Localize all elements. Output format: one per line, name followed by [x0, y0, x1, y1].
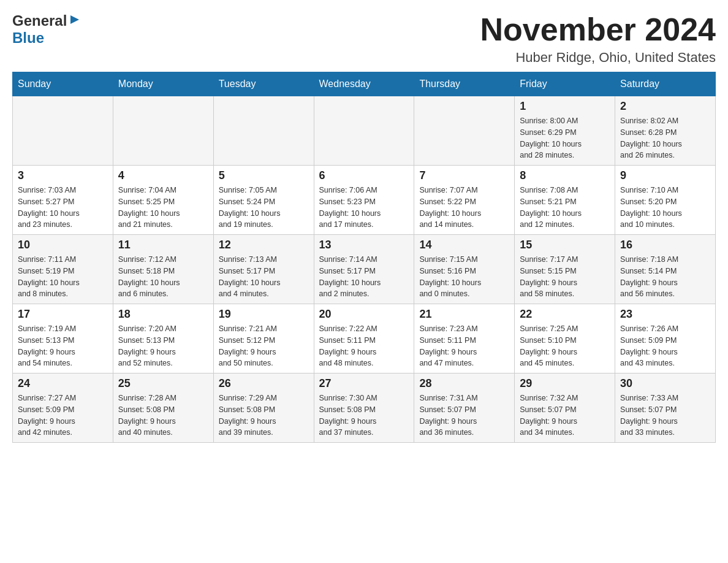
logo-blue-text: Blue — [12, 29, 44, 46]
calendar-week-row: 17Sunrise: 7:19 AM Sunset: 5:13 PM Dayli… — [13, 304, 716, 373]
day-number: 24 — [18, 377, 108, 390]
day-number: 19 — [219, 308, 309, 321]
calendar-day-cell: 25Sunrise: 7:28 AM Sunset: 5:08 PM Dayli… — [113, 373, 213, 443]
day-info: Sunrise: 7:21 AM Sunset: 5:12 PM Dayligh… — [219, 323, 309, 369]
day-info: Sunrise: 7:27 AM Sunset: 5:09 PM Dayligh… — [18, 393, 108, 439]
calendar-week-row: 10Sunrise: 7:11 AM Sunset: 5:19 PM Dayli… — [13, 235, 716, 304]
calendar-day-cell — [213, 96, 314, 166]
calendar-day-cell: 10Sunrise: 7:11 AM Sunset: 5:19 PM Dayli… — [13, 235, 113, 304]
day-info: Sunrise: 7:22 AM Sunset: 5:11 PM Dayligh… — [319, 323, 409, 369]
calendar-day-cell: 22Sunrise: 7:25 AM Sunset: 5:10 PM Dayli… — [515, 304, 615, 373]
day-number: 2 — [620, 100, 710, 113]
day-info: Sunrise: 7:15 AM Sunset: 5:16 PM Dayligh… — [419, 254, 509, 300]
day-info: Sunrise: 7:33 AM Sunset: 5:07 PM Dayligh… — [620, 393, 710, 439]
calendar-day-cell: 26Sunrise: 7:29 AM Sunset: 5:08 PM Dayli… — [213, 373, 314, 443]
location-title: Huber Ridge, Ohio, United States — [480, 50, 716, 66]
day-info: Sunrise: 8:00 AM Sunset: 6:29 PM Dayligh… — [520, 115, 610, 161]
day-info: Sunrise: 7:13 AM Sunset: 5:17 PM Dayligh… — [219, 254, 309, 300]
calendar-day-cell: 14Sunrise: 7:15 AM Sunset: 5:16 PM Dayli… — [414, 235, 515, 304]
day-number: 18 — [118, 308, 208, 321]
day-number: 15 — [520, 239, 610, 251]
day-info: Sunrise: 7:10 AM Sunset: 5:20 PM Dayligh… — [620, 185, 710, 231]
day-of-week-header: Friday — [515, 72, 615, 96]
day-number: 21 — [419, 308, 509, 321]
calendar-day-cell: 29Sunrise: 7:32 AM Sunset: 5:07 PM Dayli… — [515, 373, 615, 443]
calendar-day-cell: 24Sunrise: 7:27 AM Sunset: 5:09 PM Dayli… — [13, 373, 113, 443]
title-block: November 2024 Huber Ridge, Ohio, United … — [480, 12, 716, 66]
day-number: 4 — [118, 169, 208, 182]
calendar-day-cell: 27Sunrise: 7:30 AM Sunset: 5:08 PM Dayli… — [314, 373, 414, 443]
day-of-week-header: Wednesday — [314, 72, 414, 96]
calendar-week-row: 24Sunrise: 7:27 AM Sunset: 5:09 PM Dayli… — [13, 373, 716, 443]
day-number: 22 — [520, 308, 610, 321]
day-number: 6 — [319, 169, 409, 182]
day-of-week-header: Saturday — [615, 72, 716, 96]
day-info: Sunrise: 7:30 AM Sunset: 5:08 PM Dayligh… — [319, 393, 409, 439]
day-info: Sunrise: 7:11 AM Sunset: 5:19 PM Dayligh… — [18, 254, 108, 300]
logo-general-text: General — [12, 12, 67, 29]
day-info: Sunrise: 7:19 AM Sunset: 5:13 PM Dayligh… — [18, 323, 108, 369]
day-number: 10 — [18, 239, 108, 251]
calendar-day-cell: 8Sunrise: 7:08 AM Sunset: 5:21 PM Daylig… — [515, 166, 615, 235]
calendar-day-cell: 7Sunrise: 7:07 AM Sunset: 5:22 PM Daylig… — [414, 166, 515, 235]
svg-marker-0 — [70, 15, 79, 24]
day-number: 30 — [620, 377, 710, 390]
calendar-day-cell: 19Sunrise: 7:21 AM Sunset: 5:12 PM Dayli… — [213, 304, 314, 373]
calendar-header: SundayMondayTuesdayWednesdayThursdayFrid… — [13, 72, 716, 96]
day-number: 13 — [319, 239, 409, 251]
calendar-day-cell: 11Sunrise: 7:12 AM Sunset: 5:18 PM Dayli… — [113, 235, 213, 304]
day-number: 17 — [18, 308, 108, 321]
day-info: Sunrise: 7:03 AM Sunset: 5:27 PM Dayligh… — [18, 185, 108, 231]
day-number: 11 — [118, 239, 208, 251]
calendar-day-cell: 12Sunrise: 7:13 AM Sunset: 5:17 PM Dayli… — [213, 235, 314, 304]
calendar-day-cell: 9Sunrise: 7:10 AM Sunset: 5:20 PM Daylig… — [615, 166, 716, 235]
calendar-day-cell: 28Sunrise: 7:31 AM Sunset: 5:07 PM Dayli… — [414, 373, 515, 443]
day-info: Sunrise: 7:08 AM Sunset: 5:21 PM Dayligh… — [520, 185, 610, 231]
day-number: 1 — [520, 100, 610, 113]
calendar-day-cell — [314, 96, 414, 166]
day-number: 23 — [620, 308, 710, 321]
day-info: Sunrise: 7:23 AM Sunset: 5:11 PM Dayligh… — [419, 323, 509, 369]
day-info: Sunrise: 7:06 AM Sunset: 5:23 PM Dayligh… — [319, 185, 409, 231]
calendar-day-cell: 21Sunrise: 7:23 AM Sunset: 5:11 PM Dayli… — [414, 304, 515, 373]
day-of-week-header: Monday — [113, 72, 213, 96]
calendar-day-cell — [13, 96, 113, 166]
day-info: Sunrise: 7:05 AM Sunset: 5:24 PM Dayligh… — [219, 185, 309, 231]
day-info: Sunrise: 7:25 AM Sunset: 5:10 PM Dayligh… — [520, 323, 610, 369]
calendar-day-cell: 5Sunrise: 7:05 AM Sunset: 5:24 PM Daylig… — [213, 166, 314, 235]
calendar-body: 1Sunrise: 8:00 AM Sunset: 6:29 PM Daylig… — [13, 96, 716, 443]
calendar-day-cell: 30Sunrise: 7:33 AM Sunset: 5:07 PM Dayli… — [615, 373, 716, 443]
day-number: 9 — [620, 169, 710, 182]
days-of-week-row: SundayMondayTuesdayWednesdayThursdayFrid… — [13, 72, 716, 96]
calendar-day-cell: 1Sunrise: 8:00 AM Sunset: 6:29 PM Daylig… — [515, 96, 615, 166]
calendar-day-cell: 18Sunrise: 7:20 AM Sunset: 5:13 PM Dayli… — [113, 304, 213, 373]
logo-triangle-icon — [68, 13, 82, 26]
day-number: 27 — [319, 377, 409, 390]
day-number: 16 — [620, 239, 710, 251]
day-number: 14 — [419, 239, 509, 251]
day-of-week-header: Sunday — [13, 72, 113, 96]
day-number: 25 — [118, 377, 208, 390]
page-header: General Blue November 2024 Huber Ridge, … — [12, 12, 716, 66]
day-of-week-header: Thursday — [414, 72, 515, 96]
day-number: 28 — [419, 377, 509, 390]
day-of-week-header: Tuesday — [213, 72, 314, 96]
day-info: Sunrise: 7:31 AM Sunset: 5:07 PM Dayligh… — [419, 393, 509, 439]
calendar-day-cell — [113, 96, 213, 166]
day-number: 7 — [419, 169, 509, 182]
day-info: Sunrise: 7:29 AM Sunset: 5:08 PM Dayligh… — [219, 393, 309, 439]
calendar-day-cell: 13Sunrise: 7:14 AM Sunset: 5:17 PM Dayli… — [314, 235, 414, 304]
day-info: Sunrise: 7:14 AM Sunset: 5:17 PM Dayligh… — [319, 254, 409, 300]
calendar-day-cell: 20Sunrise: 7:22 AM Sunset: 5:11 PM Dayli… — [314, 304, 414, 373]
day-number: 29 — [520, 377, 610, 390]
day-info: Sunrise: 7:12 AM Sunset: 5:18 PM Dayligh… — [118, 254, 208, 300]
calendar-day-cell: 17Sunrise: 7:19 AM Sunset: 5:13 PM Dayli… — [13, 304, 113, 373]
calendar-day-cell: 6Sunrise: 7:06 AM Sunset: 5:23 PM Daylig… — [314, 166, 414, 235]
day-info: Sunrise: 7:20 AM Sunset: 5:13 PM Dayligh… — [118, 323, 208, 369]
month-title: November 2024 — [480, 12, 716, 47]
calendar-day-cell: 16Sunrise: 7:18 AM Sunset: 5:14 PM Dayli… — [615, 235, 716, 304]
day-info: Sunrise: 7:28 AM Sunset: 5:08 PM Dayligh… — [118, 393, 208, 439]
day-number: 5 — [219, 169, 309, 182]
day-info: Sunrise: 8:02 AM Sunset: 6:28 PM Dayligh… — [620, 115, 710, 161]
day-info: Sunrise: 7:32 AM Sunset: 5:07 PM Dayligh… — [520, 393, 610, 439]
